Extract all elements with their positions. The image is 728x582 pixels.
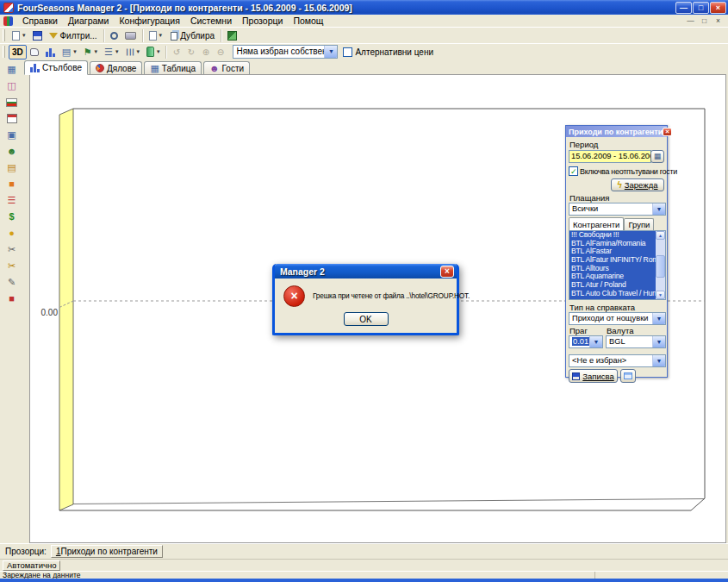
legend-button[interactable]: ▤ ▾ [59,45,80,59]
room-plan-button[interactable]: ▦ [2,61,22,78]
cut-payment-button[interactable]: ✂ [2,258,22,274]
mdi-close-button[interactable]: × [712,16,724,25]
save-report-button[interactable]: Записва [569,369,618,383]
owner-combobox[interactable]: Няма избран собственици ▼ [233,45,338,59]
open-window-button[interactable]: 1 Приходи по контрагенти [51,545,163,558]
combo-arrow-icon[interactable]: ▼ [652,203,665,215]
toolbar-grip[interactable] [3,29,5,41]
save-button[interactable] [29,28,46,43]
contractors-listbox[interactable]: !!! Свободни !!! BTL AlFamina/Romania BT… [569,230,666,300]
alt-prices-checkbox[interactable] [343,47,352,57]
list-item[interactable]: BTL Auto Club Travel / Hunga [569,290,657,298]
restore-button[interactable]: □ [693,2,709,14]
error-dialog: Manager 2 × × Грешка при четене от файла… [272,264,459,335]
windows-label: Прозорци: [5,547,47,556]
tab-table[interactable]: ▦ Таблица [144,61,202,74]
notebook-button[interactable]: ■ [2,176,22,192]
payments-button[interactable]: $ [2,209,22,225]
toggle-3d-button[interactable]: 3D [9,45,27,59]
tab-guests[interactable]: ☻ Гости [203,61,250,74]
panel-close-button[interactable]: × [663,128,672,136]
documents-button[interactable]: ▤ [2,160,22,176]
currency-combobox[interactable]: BGL ▼ [606,335,666,348]
menu-configuration[interactable]: Конфигурация [114,15,184,27]
bar-style-button[interactable] [42,45,59,59]
report-type-combobox[interactable]: Приходи от нощувки ▼ [569,312,666,325]
threshold-combobox[interactable]: 0.01 ▼ [569,335,603,348]
scroll-down-icon[interactable]: ▼ [656,291,665,299]
threed-label: 3D [12,47,23,57]
scrollbar-thumb[interactable] [656,255,665,278]
copy-button[interactable]: ▾ [146,28,166,43]
toolbar-grip[interactable] [3,46,5,58]
automatic-button[interactable]: Автоматично [3,560,60,571]
period-input[interactable]: 15.06.2009 - 15.06.2009 [569,150,651,163]
list-button[interactable]: ☰ [2,192,22,209]
list-item[interactable]: !!! Свободни !!! [569,231,657,240]
minimize-button[interactable]: — [675,2,692,14]
list-item[interactable]: BTL AlFamina/Romania [569,240,657,248]
include-guests-checkbox[interactable]: ✓ [569,166,578,176]
list-item-partial[interactable] [569,298,657,301]
payments-combobox[interactable]: Всички ▼ [569,203,666,216]
rotate-ccw-icon: ↺ [173,47,180,57]
menu-help[interactable]: Помощ [288,15,328,27]
coins-button[interactable]: ● [2,225,22,241]
new-button[interactable]: ▾ [9,28,29,43]
legend-icon: ▤ [62,47,71,57]
cut-button[interactable]: ✂ [2,241,22,258]
contractor-tabs: Контрагенти Групи [569,217,654,230]
list-item[interactable]: BTL Alltours [569,265,657,273]
combo-arrow-icon[interactable]: ▼ [652,355,665,366]
print-button[interactable] [121,28,140,43]
template-combobox[interactable]: <Не е избран> ▼ [569,354,666,367]
list-item[interactable]: BTL Aquamarine [569,272,657,281]
window-options-button[interactable] [620,369,636,383]
scroll-up-icon[interactable]: ▲ [656,231,665,240]
mdi-minimize-button[interactable]: — [685,16,696,25]
bulgaria-button[interactable] [2,94,22,110]
list-item[interactable]: BTL AlFastar [569,247,657,256]
close-button[interactable]: × [710,2,726,14]
combo-arrow-icon[interactable]: ▼ [589,336,602,347]
picture-button[interactable]: ◫ [2,78,22,94]
load-button[interactable]: ϟ Зарежда [611,178,664,191]
statistics-button[interactable]: ■ [2,291,22,307]
edit-document-button[interactable]: ✎ [2,274,22,291]
tab-contractors[interactable]: Контрагенти [569,217,624,230]
ok-button[interactable]: OK [344,312,389,326]
walls-button[interactable]: ▾ [143,45,164,59]
calendar-button[interactable] [2,110,22,127]
combo-arrow-icon[interactable]: ▼ [652,313,665,324]
mdi-child-icon[interactable] [3,16,13,26]
menu-charts[interactable]: Диаграми [63,15,114,27]
dialog-close-button[interactable]: × [440,266,454,278]
guests-button[interactable]: ☻ [2,143,22,160]
export-button[interactable] [224,28,240,43]
menu-system[interactable]: Системни [185,15,237,27]
print-preview-button[interactable] [107,28,121,43]
filters-button[interactable]: Филтри... [46,28,101,43]
calendar-picker-button[interactable]: ▦ [650,150,664,163]
duplicate-button[interactable]: Дублира [165,28,218,43]
mdi-restore-button[interactable]: □ [699,16,710,25]
copy-window-button[interactable]: ▣ [2,127,22,143]
panel-title-bar[interactable]: Приходи по контрагенти × [566,126,667,137]
list-item[interactable]: BTL Atur / Poland [569,281,657,290]
dialog-title-bar[interactable]: Manager 2 × [275,264,457,278]
v-gridlines-button[interactable]: ☰ ▾ [122,45,143,59]
menu-windows[interactable]: Прозорци [237,15,288,27]
chart-floor-front-edge [59,498,705,510]
combo-arrow-icon[interactable]: ▼ [324,46,337,58]
tab-shares[interactable]: Дялове [90,61,142,74]
chart-shape-button[interactable] [27,45,42,59]
combo-arrow-icon[interactable]: ▼ [652,336,665,347]
list-scrollbar[interactable]: ▲ ▼ [656,231,665,299]
tab-groups[interactable]: Групи [624,218,654,230]
filters-label: Филтри... [60,31,97,41]
list-item[interactable]: BTL AlFatur INFINITY/ Romani [569,256,657,265]
labels-button[interactable]: ⚑ ▾ [80,45,101,59]
h-gridlines-button[interactable]: ☰ ▾ [101,45,121,59]
tab-columns[interactable]: Стълбове [24,60,88,75]
menu-reports[interactable]: Справки [17,15,63,27]
